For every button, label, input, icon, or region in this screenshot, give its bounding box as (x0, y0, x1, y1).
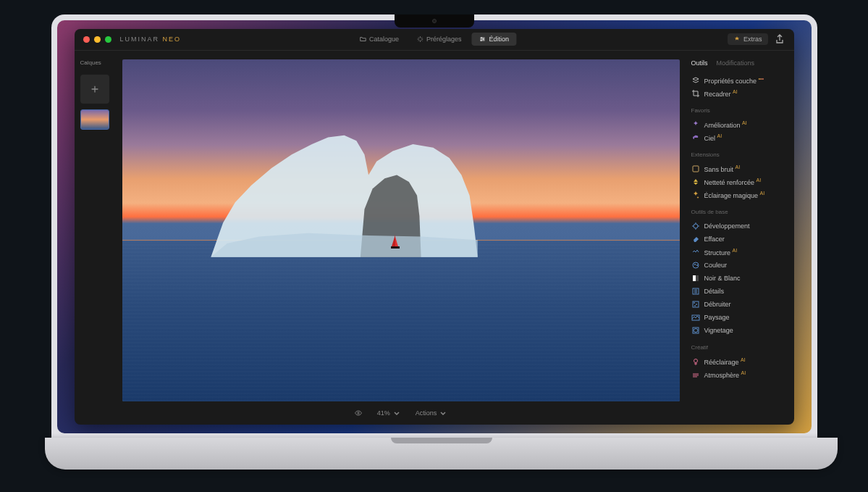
tool-enhance[interactable]: Amélioration AI (691, 118, 787, 131)
tool-label: Détails (704, 288, 725, 295)
sliders-icon (479, 36, 486, 43)
denoise-icon (691, 300, 700, 309)
plus-icon (90, 84, 100, 94)
canvas-footer: 41% Actions (122, 401, 680, 425)
cloud-icon (691, 133, 700, 142)
desktop-wallpaper: LUMINAR NEO Catalogue Préréglages (57, 20, 812, 433)
tool-develop[interactable]: Développement (691, 220, 787, 233)
zoom-value: 41% (377, 409, 390, 417)
share-button[interactable] (774, 33, 785, 45)
tool-label: Effacer (704, 235, 725, 243)
section-creative: Créatif (691, 344, 787, 351)
zoom-control[interactable]: 41% (377, 409, 401, 417)
layers-panel: Calques (75, 51, 117, 425)
extras-button[interactable]: Extras (728, 33, 768, 45)
app-logo: LUMINAR NEO (120, 36, 182, 43)
bulb-icon (691, 357, 700, 366)
ai-badge: AI (760, 191, 765, 196)
app-window: LUMINAR NEO Catalogue Préréglages (75, 29, 794, 425)
layer-thumbnail[interactable] (80, 109, 109, 130)
svg-point-16 (694, 305, 695, 306)
tool-landscape[interactable]: Paysage (691, 311, 787, 324)
top-tabs: Catalogue Préréglages Édition (352, 33, 516, 46)
ai-badge: ••• (759, 76, 764, 81)
tool-label: Débruiter (704, 301, 731, 308)
tab-catalogue[interactable]: Catalogue (352, 33, 406, 46)
maximize-button[interactable] (105, 36, 111, 43)
atmosphere-icon (691, 370, 700, 379)
tool-denoise[interactable]: Débruiter (691, 298, 787, 311)
tool-supersharp[interactable]: Netteté renforcée AI (691, 175, 787, 188)
svg-rect-5 (693, 166, 699, 172)
ai-badge: AI (733, 248, 738, 253)
tool-details[interactable]: Détails (691, 285, 787, 298)
screen-bezel: LUMINAR NEO Catalogue Préréglages (51, 14, 817, 439)
structure-icon (691, 248, 700, 257)
svg-point-20 (694, 359, 697, 362)
crop-icon (691, 89, 700, 98)
panel-tabs: Outils Modifications (691, 59, 787, 67)
svg-point-8 (694, 264, 696, 265)
svg-point-2 (481, 40, 481, 41)
eye-icon (354, 409, 363, 417)
svg-point-0 (481, 38, 482, 38)
tool-magic-light[interactable]: Éclairage magique AI (691, 188, 787, 201)
ai-badge: AI (742, 120, 747, 125)
ai-badge: AI (733, 89, 738, 94)
svg-point-1 (483, 38, 484, 39)
svg-point-19 (694, 328, 698, 332)
ocean-area (122, 241, 680, 401)
landscape-icon (691, 313, 700, 322)
tool-vignette[interactable]: Vignetage (691, 324, 787, 337)
tool-color[interactable]: Couleur (691, 259, 787, 272)
section-basics: Outils de base (691, 209, 787, 215)
tab-label: Préréglages (426, 36, 462, 43)
close-button[interactable] (83, 36, 90, 43)
ai-badge: AI (717, 133, 722, 138)
folder-icon (359, 36, 366, 43)
tool-bw[interactable]: Noir & Blanc (691, 272, 787, 285)
titlebar: LUMINAR NEO Catalogue Préréglages (75, 29, 794, 51)
add-layer-button[interactable] (80, 75, 109, 104)
tool-noiseless[interactable]: Sans bruit AI (691, 162, 787, 175)
tab-modifications[interactable]: Modifications (717, 59, 755, 67)
tool-label: Structure (704, 249, 731, 257)
tool-erase[interactable]: Effacer (691, 233, 787, 246)
tab-edition[interactable]: Édition (472, 33, 517, 46)
tool-sky[interactable]: Ciel AI (691, 131, 787, 144)
laptop-frame: LUMINAR NEO Catalogue Préréglages (45, 14, 823, 478)
tab-label: Catalogue (369, 36, 399, 43)
tool-crop[interactable]: Recadrer AI (691, 87, 787, 100)
svg-point-4 (358, 412, 359, 413)
tool-label: Netteté renforcée (704, 179, 755, 186)
logo-suffix: NEO (163, 36, 182, 43)
sharpen-icon (691, 178, 700, 186)
chevron-down-icon (439, 409, 447, 417)
tool-layer-properties[interactable]: Propriétés couche ••• (691, 74, 787, 87)
details-icon (691, 287, 700, 296)
tool-label: Éclairage magique (704, 192, 759, 199)
shopping-icon (733, 36, 741, 43)
svg-rect-11 (696, 275, 699, 281)
logo-main: LUMINAR (120, 36, 160, 43)
minimize-button[interactable] (94, 36, 101, 43)
tool-label: Développement (704, 222, 750, 230)
ai-badge: AI (757, 178, 762, 183)
color-icon (691, 261, 700, 270)
tool-label: Noir & Blanc (704, 275, 741, 282)
tools-panel: Outils Modifications Propriétés couche •… (686, 51, 794, 425)
image-canvas[interactable] (122, 59, 680, 401)
tool-label: Amélioration (704, 122, 741, 129)
svg-point-14 (694, 302, 694, 303)
tool-atmosphere[interactable]: Atmosphère AI (691, 368, 787, 381)
bw-icon (691, 274, 700, 283)
tab-presets[interactable]: Préréglages (409, 33, 469, 46)
actions-menu[interactable]: Actions (416, 409, 448, 417)
iceberg-graphic (195, 120, 518, 257)
ai-badge: AI (741, 370, 746, 375)
tool-structure[interactable]: Structure AI (691, 246, 787, 259)
visibility-toggle[interactable] (354, 409, 363, 417)
magic-icon (691, 191, 700, 199)
tool-relight[interactable]: Rééclairage AI (691, 355, 787, 368)
tab-tools[interactable]: Outils (691, 59, 708, 67)
